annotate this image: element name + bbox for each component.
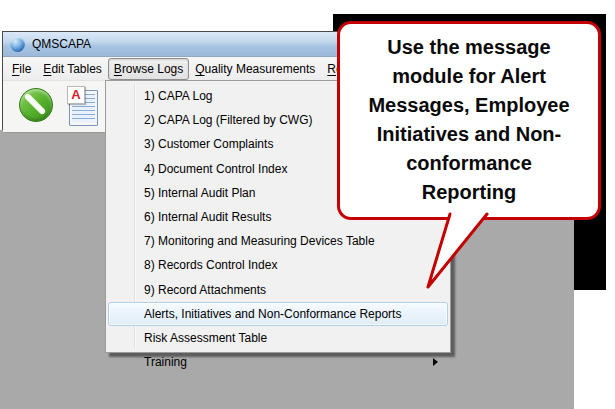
title-bar[interactable]: QMSCAPA — [3, 32, 338, 57]
menubar-item-browse-logs[interactable]: Browse Logs — [108, 58, 189, 80]
callout-text-line: Messages, Employee — [340, 91, 598, 120]
menu-item-9-record-attachments[interactable]: 9) Record Attachments — [108, 278, 448, 302]
menu-item-8-records-control-index[interactable]: 8) Records Control Index — [108, 253, 448, 277]
menubar-item-reports[interactable]: Reports — [321, 58, 338, 80]
prohibition-icon[interactable] — [19, 88, 53, 122]
app-icon — [10, 37, 25, 52]
adobe-a-badge: A — [67, 86, 85, 104]
menubar-item-edit-tables[interactable]: Edit Tables — [37, 58, 108, 80]
menu-item-training[interactable]: Training — [108, 350, 448, 374]
callout-text-line: Initiatives and Non- — [340, 120, 598, 149]
adobe-document-icon[interactable]: A — [67, 86, 98, 119]
callout-text-line: Reporting — [340, 178, 598, 207]
callout-text-line: module for Alert — [340, 62, 598, 91]
menu-bar: FileEdit TablesBrowse LogsQuality Measur… — [3, 57, 338, 81]
menubar-item-file[interactable]: File — [6, 58, 37, 80]
menubar-item-quality-measurements[interactable]: Quality Measurements — [189, 58, 321, 80]
menu-item-alerts-initiatives-and-non-conformance-reports[interactable]: Alerts, Initiatives and Non-Conformance … — [108, 302, 448, 326]
callout-text-line: conformance — [340, 149, 598, 178]
callout-text-line: Use the message — [340, 33, 598, 62]
callout-bubble: Use the messagemodule for AlertMessages,… — [337, 21, 601, 220]
menu-item-risk-assessment-table[interactable]: Risk Assessment Table — [108, 326, 448, 350]
window-title: QMSCAPA — [32, 37, 91, 51]
menu-item-7-monitoring-and-measuring-devices-table[interactable]: 7) Monitoring and Measuring Devices Tabl… — [108, 229, 448, 253]
